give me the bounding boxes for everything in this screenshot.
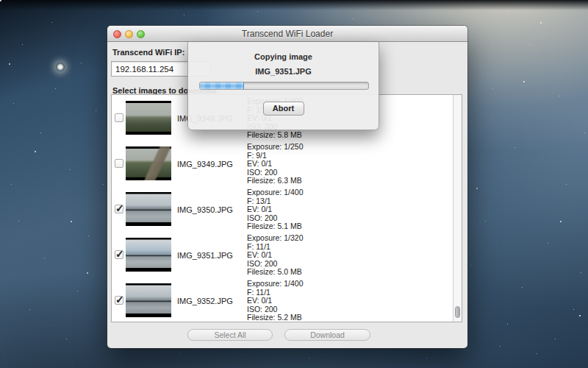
image-checkbox[interactable] — [115, 159, 123, 168]
image-thumbnail — [126, 283, 171, 317]
image-list-row[interactable]: IMG_9349.JPG Exposure: 1/250 F: 9/1 EV: … — [112, 141, 462, 186]
filesize-value: Filesize: 6.3 MB — [247, 177, 303, 185]
app-window: Transcend WiFi Loader Transcend WiFi IP:… — [107, 26, 467, 348]
download-button[interactable]: Download — [284, 329, 370, 341]
image-metadata: Exposure: 1/400 F: 11/1 EV: 0/1 ISO: 200… — [247, 280, 303, 322]
image-metadata: Exposure: 1/320 F: 11/1 EV: 0/1 ISO: 200… — [247, 234, 303, 277]
image-filename: IMG_9349.JPG — [177, 160, 233, 169]
image-checkbox[interactable] — [115, 250, 123, 259]
exposure-value: Exposure: 1/400 — [247, 280, 303, 289]
star-field-bright — [0, 0, 1, 1]
dialog-title: Copying image — [188, 52, 379, 61]
image-thumbnail — [126, 192, 171, 226]
image-filename: IMG_9350.JPG — [177, 205, 233, 214]
select-all-button[interactable]: Select All — [187, 329, 273, 341]
image-list-row[interactable]: IMG_9352.JPG Exposure: 1/400 F: 11/1 EV:… — [112, 277, 462, 322]
dialog-filename: IMG_9351.JPG — [188, 67, 379, 76]
abort-button[interactable]: Abort — [263, 102, 304, 116]
image-filename: IMG_9352.JPG — [177, 297, 233, 305]
filesize-value: Filesize: 5.1 MB — [247, 222, 303, 231]
glowing-star — [56, 63, 65, 71]
title-bar[interactable]: Transcend WiFi Loader — [107, 26, 467, 42]
exposure-value: Exposure: 1/250 — [247, 143, 303, 152]
image-metadata: Exposure: 1/400 F: 13/1 EV: 0/1 ISO: 200… — [247, 188, 303, 231]
image-list-row[interactable]: IMG_9350.JPG Exposure: 1/400 F: 13/1 EV:… — [112, 186, 462, 232]
wifi-ip-label: Transcend WiFi IP: — [112, 48, 184, 57]
filesize-value: Filesize: 5.0 MB — [247, 268, 303, 277]
progress-fill — [200, 82, 244, 89]
image-thumbnail — [126, 146, 171, 180]
image-thumbnail — [126, 238, 171, 272]
scrollbar-thumb[interactable] — [455, 306, 460, 318]
exposure-value: Exposure: 1/320 — [247, 234, 303, 243]
list-scrollbar[interactable] — [453, 95, 462, 322]
image-thumbnail — [126, 101, 171, 135]
image-checkbox[interactable] — [115, 113, 123, 122]
progress-bar — [199, 82, 369, 90]
desktop-wallpaper: Transcend WiFi Loader Transcend WiFi IP:… — [0, 0, 588, 368]
image-filename: IMG_9351.JPG — [177, 251, 233, 260]
filesize-value: Filesize: 5.2 MB — [247, 314, 303, 322]
copying-dialog: Copying image IMG_9351.JPG Abort — [187, 42, 379, 130]
exposure-value: Exposure: 1/400 — [247, 188, 303, 197]
image-checkbox[interactable] — [115, 296, 123, 305]
image-checkbox[interactable] — [115, 205, 123, 213]
filesize-value: Filesize: 5.8 MB — [247, 131, 303, 140]
window-title: Transcend WiFi Loader — [107, 29, 467, 39]
image-metadata: Exposure: 1/250 F: 9/1 EV: 0/1 ISO: 200 … — [247, 143, 303, 185]
image-list-row[interactable]: IMG_9351.JPG Exposure: 1/320 F: 11/1 EV:… — [112, 232, 462, 277]
